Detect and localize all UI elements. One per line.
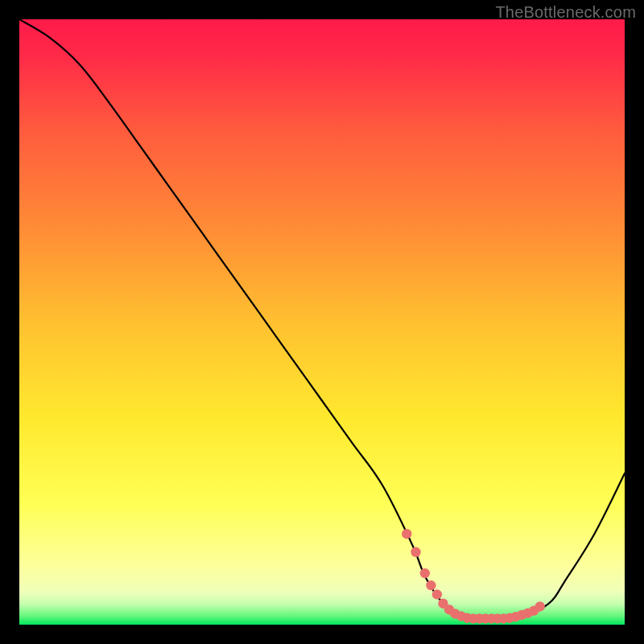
watermark-text: TheBottleneck.com: [495, 3, 636, 22]
optimal-marker: [535, 601, 545, 611]
optimal-marker: [426, 580, 436, 590]
bottleneck-curve: [19, 19, 625, 619]
plot-area: [19, 19, 625, 625]
optimal-marker: [402, 529, 411, 539]
optimal-marker: [411, 547, 420, 557]
optimal-range-markers: [402, 529, 545, 624]
chart-frame: TheBottleneck.com: [0, 0, 644, 644]
optimal-marker: [432, 589, 442, 599]
optimal-marker: [420, 568, 430, 578]
curve-layer: [19, 19, 625, 625]
